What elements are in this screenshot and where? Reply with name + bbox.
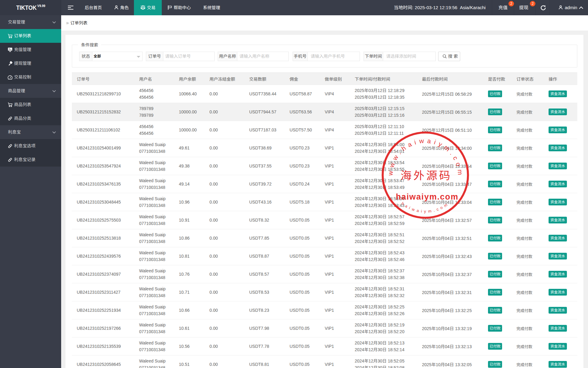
svg-text:haiwaiym.com: haiwaiym.com bbox=[396, 192, 459, 201]
svg-text:海外源码: 海外源码 bbox=[401, 167, 452, 182]
svg-text:haiwaiym.com: haiwaiym.com bbox=[401, 201, 450, 214]
